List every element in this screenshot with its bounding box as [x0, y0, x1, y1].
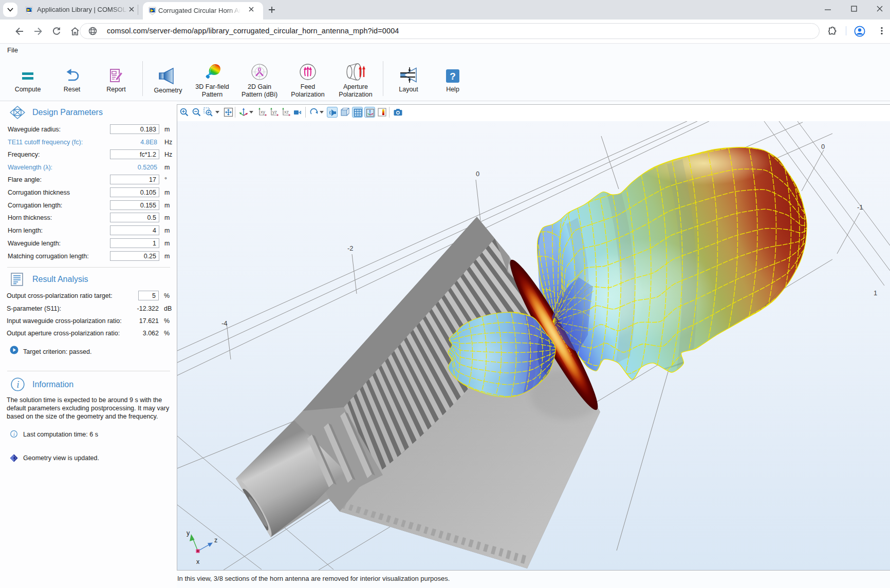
svg-text:y: y	[187, 529, 190, 537]
svg-text:-1: -1	[857, 203, 863, 211]
svg-text:0: 0	[821, 143, 825, 150]
svg-text:0: 0	[476, 170, 479, 178]
svg-text:xy: xy	[261, 109, 266, 115]
svg-text:i: i	[16, 379, 19, 390]
svg-text:i: i	[13, 431, 15, 437]
svg-text:?: ?	[450, 71, 456, 82]
svg-text:1: 1	[874, 289, 877, 297]
svg-text:z: z	[214, 537, 217, 544]
svg-text:-4: -4	[221, 319, 228, 327]
svg-text:yz: yz	[272, 109, 277, 115]
svg-text:x: x	[196, 558, 200, 565]
svg-text:-2: -2	[347, 244, 354, 252]
svg-text:xz: xz	[284, 109, 289, 115]
